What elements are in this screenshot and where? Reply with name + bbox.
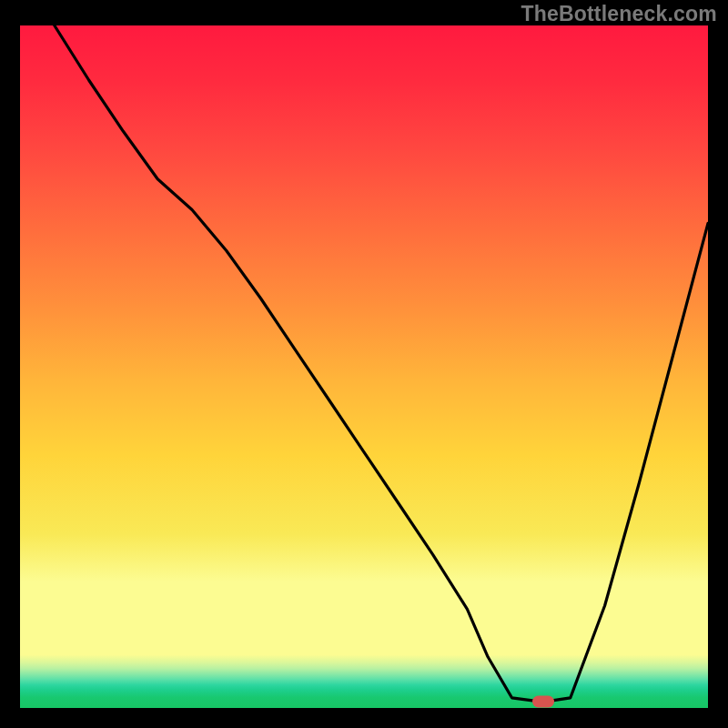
curve-svg (20, 25, 708, 708)
bottleneck-curve (55, 25, 708, 702)
watermark-text: TheBottleneck.com (521, 2, 717, 26)
chart-container: TheBottleneck.com (0, 0, 728, 728)
optimal-marker (532, 696, 554, 708)
plot-area (20, 25, 708, 708)
